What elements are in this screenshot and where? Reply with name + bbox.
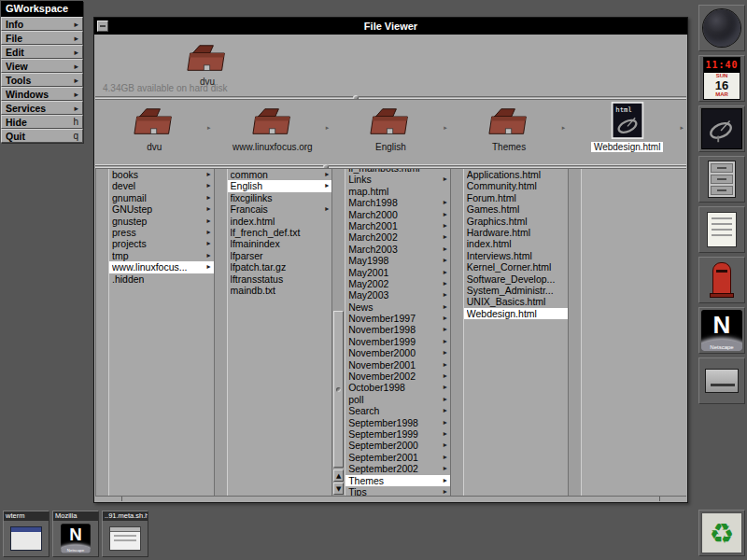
- file-row-software-develop[interactable]: Software_Develop...: [464, 273, 569, 285]
- file-row-september2000[interactable]: September2000▸: [345, 440, 450, 451]
- dock-item-drive-app[interactable]: [698, 357, 745, 404]
- shelf-item-dvu[interactable]: dvu▸: [95, 100, 214, 164]
- file-row-news[interactable]: News▸: [345, 301, 450, 313]
- menu-item-tools[interactable]: Tools▸: [1, 73, 83, 87]
- file-row-may2003[interactable]: May2003▸: [345, 289, 450, 301]
- file-row-index-html[interactable]: index.html: [464, 238, 569, 249]
- file-row-october1998[interactable]: October1998▸: [345, 382, 450, 393]
- scrollbar-thumb[interactable]: [333, 311, 344, 468]
- column-scrollbar[interactable]: [568, 169, 582, 496]
- menu-item-info[interactable]: Info▸: [1, 17, 83, 31]
- file-row-devel[interactable]: devel▸: [109, 180, 214, 191]
- miniwindow-mozilla[interactable]: MozillaNNetscape: [52, 511, 99, 557]
- file-row-community-html[interactable]: Community.html: [464, 180, 569, 191]
- file-row-lftransstatus[interactable]: lftransstatus: [228, 273, 332, 285]
- file-row-poll[interactable]: poll▸: [345, 394, 450, 405]
- column-scrollbar[interactable]: ▲▼: [331, 169, 345, 496]
- menu-item-file[interactable]: File▸: [1, 31, 83, 45]
- file-row-unix-basics-html[interactable]: UNIX_Basics.html: [464, 296, 569, 307]
- file-row-may2001[interactable]: May2001▸: [345, 267, 450, 278]
- dock-item-file-cabinet-app[interactable]: [698, 156, 745, 203]
- menu-item-hide[interactable]: Hideh: [1, 115, 83, 129]
- file-row-books[interactable]: books▸: [109, 169, 214, 180]
- miniwindow-91-meta-sh-html[interactable]: ..91.meta.sh.html: [102, 511, 148, 557]
- file-row-map-html[interactable]: map.html: [345, 186, 450, 197]
- window-titlebar[interactable]: File Viewer: [94, 18, 687, 35]
- miniwindow-wterm[interactable]: wterm: [3, 511, 49, 557]
- menu-item-edit[interactable]: Edit▸: [1, 45, 83, 59]
- file-row-games-html[interactable]: Games.html: [464, 203, 569, 215]
- file-row-march2001[interactable]: March2001▸: [345, 220, 450, 231]
- miniaturize-button[interactable]: [97, 21, 108, 32]
- file-row-common[interactable]: common▸: [228, 169, 332, 180]
- file-row-november1999[interactable]: November1999▸: [345, 336, 450, 347]
- file-row-index-html[interactable]: index.html: [228, 216, 332, 227]
- scroll-down-button[interactable]: ▼: [333, 483, 344, 495]
- file-row-maindb-txt[interactable]: maindb.txt: [228, 285, 332, 296]
- file-row-november2000[interactable]: November2000▸: [345, 347, 450, 358]
- file-row-march1998[interactable]: March1998▸: [345, 197, 450, 208]
- file-row-september1998[interactable]: September1998▸: [345, 417, 450, 428]
- file-row-www-linuxfocus[interactable]: www.linuxfocus...▸: [109, 261, 214, 273]
- file-row-march2000[interactable]: March2000▸: [345, 209, 450, 220]
- column-scrollbar[interactable]: [214, 169, 228, 496]
- column-scrollbar[interactable]: [450, 169, 464, 496]
- file-row-november1998[interactable]: November1998▸: [345, 324, 450, 335]
- file-row-francais[interactable]: Francais▸: [228, 203, 332, 215]
- file-row-applications-html[interactable]: Applications.html: [464, 169, 569, 180]
- file-row-may2002[interactable]: May2002▸: [345, 278, 450, 289]
- dock-item-notes-app[interactable]: [698, 206, 745, 253]
- file-row-press[interactable]: press▸: [109, 227, 214, 238]
- file-row-may1998[interactable]: May1998▸: [345, 255, 450, 266]
- file-row-tmp[interactable]: tmp▸: [109, 250, 214, 261]
- file-row-fixcgilinks[interactable]: fixcgilinks: [228, 192, 332, 203]
- file-row-march2002[interactable]: March2002▸: [345, 231, 450, 243]
- menu-item-windows[interactable]: Windows▸: [1, 87, 83, 101]
- menu-item-services[interactable]: Services▸: [1, 101, 83, 115]
- dock-item-netscape-app[interactable]: NNetscape: [698, 307, 745, 354]
- shelf-item-webdesign-html[interactable]: htmlWebdesign.html▸: [568, 100, 686, 164]
- file-row-november2002[interactable]: November2002▸: [345, 371, 450, 382]
- file-row-lfpatch-tar-gz[interactable]: lfpatch.tar.gz: [228, 261, 332, 273]
- file-row-november1997[interactable]: November1997▸: [345, 313, 450, 324]
- file-row-hidden[interactable]: .hidden: [109, 273, 214, 285]
- shelf-item-www-linuxfocus-org[interactable]: www.linuxfocus.org▸: [214, 100, 332, 164]
- dock-item-sphere-app[interactable]: [698, 5, 745, 51]
- file-row-gnustep[interactable]: GNUstep▸: [109, 203, 214, 215]
- root-volume-item[interactable]: dvu: [179, 38, 235, 87]
- dock-item-recycler[interactable]: ♻: [698, 510, 745, 556]
- file-row-interviews-html[interactable]: Interviews.html: [464, 250, 569, 261]
- file-row-september2001[interactable]: September2001▸: [345, 452, 450, 463]
- file-row-projects[interactable]: projects▸: [109, 238, 214, 249]
- file-row-english[interactable]: English▸: [228, 180, 332, 191]
- shelf-item-english[interactable]: English▸: [331, 100, 450, 164]
- file-row-webdesign-html[interactable]: Webdesign.html: [464, 308, 569, 319]
- dock-item-mail-app[interactable]: [698, 257, 745, 303]
- shelf-item-themes[interactable]: Themes▸: [450, 100, 569, 164]
- file-row-links[interactable]: Links▸: [345, 174, 450, 185]
- file-row-search[interactable]: Search▸: [345, 405, 450, 416]
- window-resize-bar[interactable]: [95, 496, 686, 501]
- scroll-up-button[interactable]: ▲: [333, 469, 344, 482]
- file-row-september1999[interactable]: September1999▸: [345, 428, 450, 440]
- file-row-graphics-html[interactable]: Graphics.html: [464, 216, 569, 227]
- file-row-tips[interactable]: Tips▸: [345, 486, 450, 496]
- dock-item-dish-app[interactable]: [698, 105, 745, 152]
- file-row-lfmainindex[interactable]: lfmainindex: [228, 238, 332, 249]
- menu-item-view[interactable]: View▸: [1, 59, 83, 73]
- file-row-gnustep[interactable]: gnustep▸: [109, 216, 214, 227]
- file-row-hardware-html[interactable]: Hardware.html: [464, 227, 569, 238]
- file-row-themes[interactable]: Themes▸: [345, 475, 450, 486]
- file-row-lf-french-def-txt[interactable]: lf_french_def.txt: [228, 227, 332, 238]
- file-row-march2003[interactable]: March2003▸: [345, 244, 450, 255]
- menu-title[interactable]: GWorkspace: [1, 1, 83, 17]
- file-row-lfparser[interactable]: lfparser: [228, 250, 332, 261]
- file-row-september2002[interactable]: September2002▸: [345, 463, 450, 474]
- file-row-forum-html[interactable]: Forum.html: [464, 192, 569, 203]
- dock-item-clock[interactable]: 11:40SUN16MAR: [698, 55, 745, 102]
- file-row-system-administr[interactable]: System_Administr...: [464, 285, 569, 296]
- file-row-november2001[interactable]: November2001▸: [345, 359, 450, 371]
- file-row-gnumail[interactable]: gnumail▸: [109, 192, 214, 203]
- file-row-kernel-corner-html[interactable]: Kernel_Corner.html: [464, 261, 569, 273]
- column-scrollbar[interactable]: [95, 169, 109, 496]
